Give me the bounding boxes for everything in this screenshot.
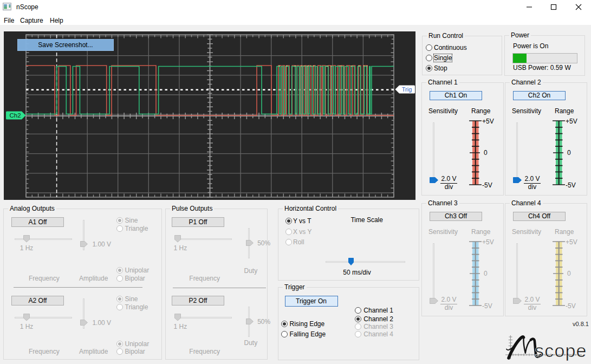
svg-text:0: 0 xyxy=(484,270,488,277)
svg-text:+5V: +5V xyxy=(482,118,494,125)
svg-text:+5V: +5V xyxy=(482,238,494,246)
svg-text:0: 0 xyxy=(567,149,571,157)
svg-text:+5V: +5V xyxy=(566,238,577,246)
svg-text:0: 0 xyxy=(567,270,571,277)
svg-text:-5V: -5V xyxy=(482,302,492,310)
svg-text:Trig: Trig xyxy=(402,86,412,93)
svg-text:scope: scope xyxy=(535,340,587,361)
svg-text:-5V: -5V xyxy=(482,181,492,189)
svg-text:+5V: +5V xyxy=(566,118,577,125)
svg-text:-5V: -5V xyxy=(566,302,576,310)
svg-text:Ch2: Ch2 xyxy=(9,112,21,119)
svg-text:-5V: -5V xyxy=(566,181,576,189)
svg-text:0: 0 xyxy=(484,149,488,157)
